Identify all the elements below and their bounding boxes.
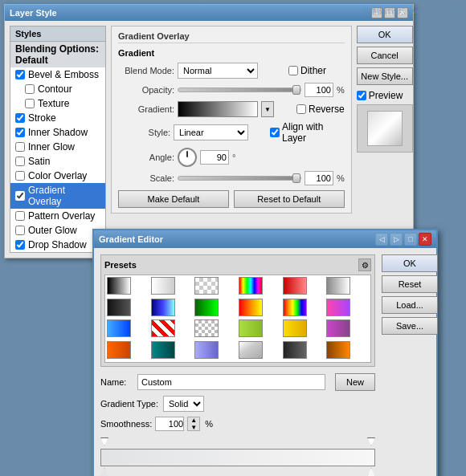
new-style-button[interactable]: New Style... [357,67,413,85]
ge-btn2[interactable]: ▷ [390,233,403,246]
preset-lime[interactable] [239,319,263,337]
blend-mode-select[interactable]: Normal [178,63,258,79]
preset-checker1[interactable] [194,277,219,295]
cancel-button[interactable]: Cancel [357,47,413,64]
satin-item[interactable]: Satin [10,154,105,169]
opacity-input[interactable] [305,83,333,97]
texture-checkbox[interactable] [25,99,35,108]
ge-btn1[interactable]: ◁ [375,233,388,246]
styles-panel: Styles Blending Options: Default Bevel &… [10,26,106,253]
preset-darkgray[interactable] [283,341,307,359]
opacity-thumb[interactable] [292,85,300,95]
preset-orange[interactable] [107,341,131,359]
angle-input[interactable] [200,150,229,165]
bevel-emboss-checkbox[interactable] [15,70,25,79]
style-label: Style: [118,128,170,137]
opacity-stop-left[interactable] [100,437,108,445]
preset-teal[interactable] [151,341,175,359]
reset-default-button[interactable]: Reset to Default [234,190,345,208]
preset-redtrans[interactable] [151,319,175,337]
dither-checkbox[interactable] [288,66,298,75]
smooth-input[interactable] [155,417,184,431]
preset-blue-grad[interactable] [151,299,175,316]
ge-reset-button[interactable]: Reset [382,275,438,293]
ge-ok-button[interactable]: OK [382,254,438,272]
scale-label: Scale: [118,173,174,183]
drop-shadow-checkbox[interactable] [15,240,25,250]
drop-shadow-item[interactable]: Drop Shadow [10,238,105,252]
preset-gold[interactable] [283,319,307,337]
gradient-bar[interactable] [100,449,375,466]
inner-shadow-checkbox[interactable] [15,128,25,137]
pattern-overlay-item[interactable]: Pattern Overlay [10,209,105,223]
opacity-stop-right[interactable] [367,437,375,445]
new-gradient-button[interactable]: New [335,373,375,391]
preset-wtrans[interactable] [151,277,175,295]
pattern-overlay-checkbox[interactable] [15,211,25,221]
preset-bw[interactable] [107,277,131,295]
ge-close-btn[interactable]: ✕ [419,233,431,246]
opacity-slider[interactable] [178,87,301,92]
style-row: Style: Linear Align with Layer [118,121,345,144]
scale-thumb[interactable] [292,173,300,183]
ge-btn3[interactable]: □ [404,233,417,246]
stroke-item[interactable]: Stroke [10,111,105,125]
preset-silver[interactable] [239,341,263,359]
right-buttons-col: OK Cancel New Style... Preview [357,26,415,253]
blending-options-item[interactable]: Blending Options: Default [10,42,105,67]
inner-glow-item[interactable]: Inner Glow [10,140,105,154]
reverse-checkbox[interactable] [296,104,306,114]
outer-glow-checkbox[interactable] [15,226,25,235]
smooth-arrow[interactable]: ▲▼ [187,417,200,431]
color-stop-left[interactable] [100,468,108,476]
preset-rainbow[interactable] [239,277,263,295]
contour-checkbox[interactable] [25,84,35,94]
style-select[interactable]: Linear [174,124,248,140]
color-stop-right[interactable] [367,468,375,476]
make-default-button[interactable]: Make Default [118,190,229,208]
ge-save-button[interactable]: Save... [382,317,438,335]
color-overlay-item[interactable]: Color Overlay [10,169,105,183]
inner-glow-checkbox[interactable] [15,142,25,152]
ok-button[interactable]: OK [357,26,413,43]
stroke-checkbox[interactable] [15,113,25,123]
preset-red-grad[interactable] [283,277,307,295]
opacity-label: Opacity: [118,85,174,95]
preset-green-grad[interactable] [194,299,219,316]
preset-checker2[interactable] [194,319,219,337]
preset-yellow-grad[interactable] [239,299,263,316]
color-overlay-checkbox[interactable] [15,171,25,181]
scale-slider[interactable] [178,176,301,181]
texture-item[interactable]: Texture [10,96,105,111]
preset-dark[interactable] [107,299,131,316]
preview-box [357,104,413,153]
preset-skyblue[interactable] [107,319,131,337]
align-layer-label: Align with Layer [270,121,345,144]
gradient-overlay-checkbox[interactable] [15,191,25,201]
scale-input[interactable] [305,171,333,185]
presets-gear-btn[interactable]: ⚙ [358,258,371,271]
smooth-unit: % [205,419,213,429]
gradient-dropdown-btn[interactable]: ▼ [261,101,274,117]
preset-gray-grad[interactable] [326,277,350,295]
contour-item[interactable]: Contour [10,82,105,96]
type-select[interactable]: Solid [163,396,204,412]
bevel-emboss-item[interactable]: Bevel & Emboss [10,67,105,82]
align-layer-checkbox[interactable] [270,128,280,137]
preset-pink[interactable] [326,299,350,316]
inner-shadow-item[interactable]: Inner Shadow [10,125,105,140]
preview-checkbox[interactable] [357,91,366,100]
watermark: 思路设计论坛 www.UiBQ.CoM [362,6,460,17]
angle-dial[interactable] [178,148,197,167]
gradient-overlay-item[interactable]: Gradient Overlay [10,183,105,209]
outer-glow-item[interactable]: Outer Glow [10,223,105,238]
preset-purple[interactable] [326,319,350,337]
ge-load-button[interactable]: Load... [382,296,438,314]
sub-title: Gradient [118,48,345,58]
preset-extra[interactable] [326,341,350,359]
gradient-preview[interactable] [178,101,258,117]
satin-checkbox[interactable] [15,157,25,166]
preset-lavender[interactable] [194,341,219,359]
name-input[interactable] [137,374,325,390]
preset-multicolor[interactable] [283,299,307,316]
